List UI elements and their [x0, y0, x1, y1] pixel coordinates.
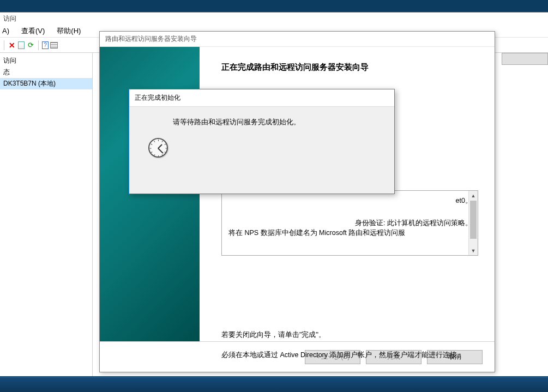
- init-dialog-title: 正在完成初始化: [129, 89, 394, 107]
- init-message: 请等待路由和远程访问服务完成初始化。: [140, 118, 383, 127]
- help-icon[interactable]: ?: [42, 41, 49, 49]
- delete-icon[interactable]: ✕: [8, 41, 16, 50]
- summary-text-fragment: 身份验证: 此计算机的远程访问策略。: [355, 218, 472, 228]
- scrollbar[interactable]: ▲ ▼: [468, 191, 478, 255]
- menu-item-a[interactable]: A): [0, 26, 11, 36]
- toolbar-divider: [4, 40, 4, 50]
- wizard-heading: 正在完成路由和远程访问服务器安装向导: [221, 62, 478, 73]
- tree-pane: 访问 态 DK3T5B7N (本地): [0, 53, 93, 376]
- summary-line: et0。: [228, 196, 472, 206]
- actions-pane-header: [502, 53, 548, 65]
- list-icon[interactable]: [50, 42, 58, 49]
- initializing-dialog: 正在完成初始化 请等待路由和远程访问服务完成初始化。: [129, 89, 395, 194]
- tree-item[interactable]: 态: [0, 67, 92, 78]
- tree-item[interactable]: 访问: [0, 55, 92, 67]
- wizard-titlebar: 路由和远程访问服务器安装向导: [100, 32, 495, 47]
- mmc-title-bar: 访问: [0, 13, 548, 25]
- properties-icon[interactable]: [18, 41, 25, 49]
- menu-item-view[interactable]: 查看(V): [19, 25, 47, 37]
- rras-setup-wizard: 路由和远程访问服务器安装向导 正在完成路由和远程访问服务器安装向导 et0。 身…: [99, 31, 495, 372]
- wizard-close-text: 若要关闭此向导，请单击"完成"。: [221, 330, 326, 340]
- refresh-icon[interactable]: ⟳: [26, 41, 35, 50]
- wizard-instruction-text: 必须在本地或通过 Active Directory 添加用户帐户，然后客户端才能…: [221, 349, 478, 361]
- clock-icon: [148, 138, 168, 158]
- tree-item-server[interactable]: DK3T5B7N (本地): [0, 78, 92, 89]
- summary-list-box: et0。 身份验证: 此计算机的远程访问策略。 将在 NPS 数据库中创建名为 …: [221, 190, 478, 256]
- scroll-thumb[interactable]: [470, 201, 477, 239]
- menu-item-help[interactable]: 帮助(H): [55, 25, 83, 37]
- toolbar-divider: [38, 40, 39, 50]
- scroll-up-icon[interactable]: ▲: [469, 191, 478, 200]
- summary-line: 将在 NPS 数据库中创建名为 Microsoft 路由和远程访问服: [228, 228, 472, 238]
- init-dialog-body: 请等待路由和远程访问服务完成初始化。: [129, 107, 394, 168]
- scroll-down-icon[interactable]: ▼: [469, 246, 478, 255]
- taskbar[interactable]: [0, 377, 548, 392]
